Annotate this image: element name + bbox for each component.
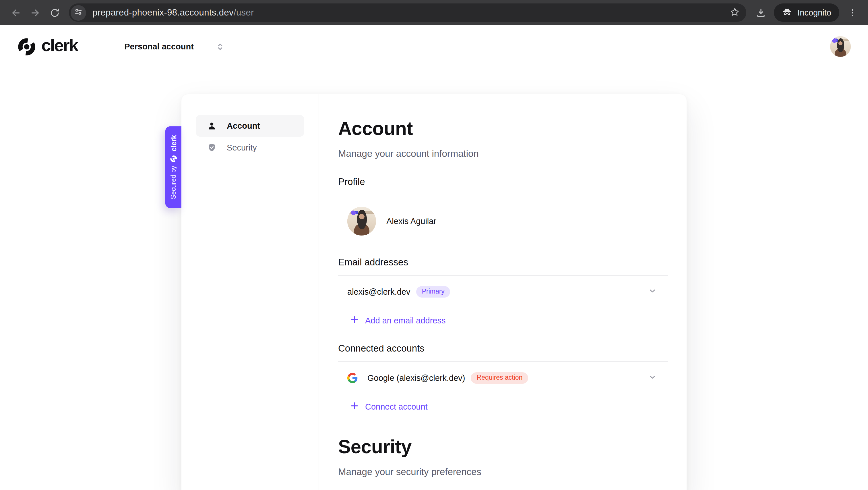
connected-account-row[interactable]: Google (alexis@clerk.dev) Requires actio… xyxy=(338,365,668,391)
ribbon-secured-by-label: Secured by xyxy=(170,166,177,199)
workspace-switcher[interactable]: Personal account xyxy=(96,36,225,57)
account-title: Account xyxy=(338,117,668,140)
connected-accounts-heading: Connected accounts xyxy=(338,342,668,362)
app-header: clerk Personal account xyxy=(0,25,868,68)
sidebar-item-label: Security xyxy=(227,143,257,152)
connected-account-content: Google (alexis@clerk.dev) Requires actio… xyxy=(347,373,528,384)
site-settings-icon xyxy=(74,7,83,18)
clerk-wordmark: clerk xyxy=(41,36,78,55)
user-menu-button[interactable] xyxy=(830,36,851,57)
workspace-label: Personal account xyxy=(124,42,194,51)
profile-avatar xyxy=(347,207,376,235)
ribbon-brand-label: clerk xyxy=(169,135,178,151)
url-host: prepared-phoenix-98.accounts.dev xyxy=(92,7,234,17)
profile-heading: Profile xyxy=(338,176,668,195)
add-email-label: Add an email address xyxy=(365,316,446,325)
email-expand-button[interactable] xyxy=(645,284,660,299)
sidebar-item-security[interactable]: Security xyxy=(196,137,304,158)
security-shield-icon xyxy=(207,143,216,152)
clerk-logo-icon xyxy=(169,155,177,162)
back-icon xyxy=(10,7,21,18)
incognito-label: Incognito xyxy=(797,8,831,17)
clerk-logo-icon xyxy=(17,37,36,56)
plus-icon xyxy=(351,316,358,325)
email-addresses-heading: Email addresses xyxy=(338,256,668,276)
add-email-button[interactable]: Add an email address xyxy=(338,316,446,325)
profile-name: Alexis Aguilar xyxy=(386,217,436,226)
chevron-down-icon xyxy=(648,373,656,383)
menu-dots-icon xyxy=(847,7,858,18)
reload-icon xyxy=(49,7,60,18)
profile-content: Account Manage your account information … xyxy=(319,94,687,490)
url-bar[interactable]: prepared-phoenix-98.accounts.dev/user xyxy=(69,3,746,22)
accounts-page: clerk Personal account Secured by xyxy=(0,25,868,490)
connected-account-name: Google (alexis@clerk.dev) xyxy=(367,373,465,382)
forward-icon xyxy=(30,7,40,18)
secured-by-clerk-ribbon[interactable]: Secured by clerk xyxy=(165,126,181,208)
download-icon xyxy=(755,7,766,18)
bookmark-star-icon xyxy=(730,7,740,19)
incognito-badge: Incognito xyxy=(774,3,839,22)
email-row[interactable]: alexis@clerk.dev Primary xyxy=(338,279,668,305)
sidebar-item-label: Account xyxy=(227,121,260,131)
email-address: alexis@clerk.dev xyxy=(347,287,410,296)
profile-avatar-photo xyxy=(347,207,376,235)
user-avatar xyxy=(830,36,851,57)
site-settings-button[interactable] xyxy=(71,5,86,20)
security-subtitle: Manage your security preferences xyxy=(338,465,668,478)
connect-account-button[interactable]: Connect account xyxy=(338,402,428,411)
profile-section: Profile Alexis Aguilar xyxy=(338,176,668,239)
select-updown-icon xyxy=(216,42,225,51)
account-person-icon xyxy=(207,121,216,131)
clerk-brand: clerk xyxy=(17,37,78,56)
browser-toolbar: prepared-phoenix-98.accounts.dev/user xyxy=(0,0,868,25)
incognito-icon xyxy=(782,7,792,19)
connect-account-label: Connect account xyxy=(365,402,428,411)
requires-action-badge: Requires action xyxy=(471,373,528,384)
profile-row[interactable]: Alexis Aguilar xyxy=(338,195,668,239)
browser-menu-button[interactable] xyxy=(843,3,862,22)
back-button[interactable] xyxy=(6,3,25,22)
plus-icon xyxy=(351,402,358,411)
connected-account-expand-button[interactable] xyxy=(645,371,660,385)
bookmark-star-button[interactable] xyxy=(727,5,743,21)
connected-accounts-section: Connected accounts xyxy=(338,342,668,411)
forward-button[interactable] xyxy=(25,3,45,22)
security-section: Security Manage your security preference… xyxy=(338,435,668,478)
chevron-down-icon xyxy=(648,287,656,297)
url-text: prepared-phoenix-98.accounts.dev/user xyxy=(92,7,254,18)
user-profile-card: Secured by clerk xyxy=(181,94,687,490)
download-button[interactable] xyxy=(751,3,770,22)
primary-badge: Primary xyxy=(416,286,451,297)
reload-button[interactable] xyxy=(45,3,64,22)
google-g-icon xyxy=(347,373,358,383)
account-subtitle: Manage your account information xyxy=(338,147,668,160)
secured-by-clerk-ribbon-content: Secured by clerk xyxy=(165,126,181,208)
email-addresses-section: Email addresses alexis@clerk.dev Primary xyxy=(338,256,668,325)
browser-window: prepared-phoenix-98.accounts.dev/user xyxy=(0,0,868,490)
workspace-avatar xyxy=(96,36,117,57)
sidebar-item-account[interactable]: Account xyxy=(196,115,304,137)
profile-sidebar: Account Security xyxy=(181,94,319,490)
email-row-content: alexis@clerk.dev Primary xyxy=(347,286,451,297)
url-path: /user xyxy=(234,7,254,17)
security-title: Security xyxy=(338,435,668,458)
